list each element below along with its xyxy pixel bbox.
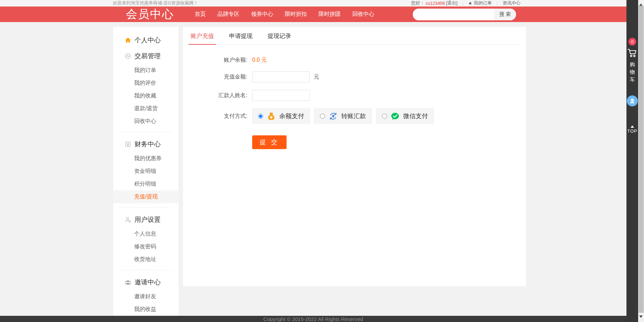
payment-option-label: 余额支付 <box>279 112 304 120</box>
trade-icon <box>125 53 131 60</box>
nav-item[interactable]: 限时拼团 <box>319 11 341 18</box>
copyright-text: Copyright © 2015-2022 All Rights Reserve… <box>263 316 363 322</box>
payment-label: 支付方式: <box>189 108 252 124</box>
side-rail: 0 购物车 TOP <box>626 0 638 322</box>
payment-option-wechat[interactable]: 微信支付 <box>376 108 434 124</box>
sidebar-section-title: 用户设置 <box>135 215 161 224</box>
sidebar-item[interactable]: 我的订单 <box>113 64 179 77</box>
wechat-icon <box>390 112 400 121</box>
wechat-pay-radio[interactable] <box>382 114 387 119</box>
payment-option-label: 转账汇款 <box>341 112 366 120</box>
money-bag-icon: ¥ <box>267 112 276 121</box>
sidebar-item[interactable]: 我的评价 <box>113 77 179 90</box>
amount-label: 充值金额: <box>189 73 252 81</box>
header: 会员中心 首页品牌专区领券中心限时折扣限时拼团回收中心 搜 索 <box>0 7 626 22</box>
remitter-input[interactable] <box>252 90 310 101</box>
tab-withdraw-request[interactable]: 申请提现 <box>227 27 255 45</box>
topbar: 欢迎来到淘宝优惠券商城-壹D资源收藏网！ 您好：cs123456 [退出] | … <box>0 0 626 7</box>
remitter-row: 汇款人姓名: <box>189 90 520 101</box>
sidebar-item[interactable]: 修改密码 <box>113 240 179 253</box>
sidebar-item[interactable]: 我的收益 <box>113 303 179 316</box>
site-logo: 会员中心 <box>126 7 174 22</box>
sidebar-group-finance: 我的优惠券资金明细积分明细充值/提现 <box>113 152 179 203</box>
nav-item[interactable]: 领券中心 <box>251 11 273 18</box>
cart-icon[interactable] <box>627 48 637 58</box>
search-button[interactable]: 搜 索 <box>494 9 516 20</box>
cart-label[interactable]: 购物车 <box>630 61 635 83</box>
main-panel: 账户充值 申请提现 提现记录 账户余额: 0.0 元 充值金额: 元 汇款人姓名… <box>183 27 526 286</box>
sidebar-item[interactable]: 我的优惠券 <box>113 152 179 165</box>
tab-withdraw-history[interactable]: 提现记录 <box>266 27 293 45</box>
sidebar-item[interactable]: 资金明细 <box>113 165 179 178</box>
scroll-down-arrow-icon[interactable] <box>639 315 643 320</box>
sidebar-item[interactable]: 充值/提现 <box>113 190 179 203</box>
sidebar-item[interactable]: 邀请好友 <box>113 290 179 303</box>
scrollbar-thumb[interactable] <box>638 6 644 313</box>
search-input[interactable] <box>413 9 494 20</box>
logout-link[interactable]: [退出] <box>446 0 457 6</box>
payment-option-label: 微信支付 <box>403 112 428 120</box>
sidebar-item[interactable]: 回收中心 <box>113 115 179 128</box>
amount-row: 充值金额: 元 <box>189 71 520 82</box>
balance-value: 0.0 元 <box>252 56 267 64</box>
user-settings-icon <box>125 216 131 223</box>
sidebar-section-finance[interactable]: 财务中心 <box>113 136 179 152</box>
customer-service-button[interactable] <box>627 95 638 106</box>
sidebar-section-settings[interactable]: 用户设置 <box>113 212 179 228</box>
sidebar-section-title: 个人中心 <box>135 36 161 45</box>
nav-item[interactable]: 回收中心 <box>352 11 374 18</box>
nav-item[interactable]: 品牌专区 <box>217 11 239 18</box>
greeting-prefix: 您好： <box>411 0 425 6</box>
balance-pay-radio[interactable] <box>258 114 263 119</box>
nav-item[interactable]: 首页 <box>195 11 206 18</box>
sidebar-item[interactable]: 我的收藏 <box>113 90 179 102</box>
sidebar-section-personal[interactable]: 个人中心 <box>113 32 179 48</box>
divider <box>119 207 173 208</box>
footer: Copyright © 2015-2022 All Rights Reserve… <box>0 316 626 322</box>
tabs: 账户充值 申请提现 提现记录 <box>189 27 520 45</box>
submit-button[interactable]: 提 交 <box>252 135 287 149</box>
divider: | <box>497 1 498 6</box>
divider <box>119 270 173 270</box>
home-icon <box>125 37 131 44</box>
username: cs123456 <box>426 1 445 6</box>
sidebar-section-title: 财务中心 <box>135 140 161 149</box>
scroll-up-arrow-icon[interactable] <box>639 2 643 6</box>
sidebar-section-invite[interactable]: 邀请中心 <box>113 274 179 290</box>
svg-text:¥: ¥ <box>332 114 334 118</box>
sidebar: 个人中心 交易管理 我的订单我的评价我的收藏退款/退货回收中心 财务中心 <box>113 27 179 316</box>
search-bar: 搜 索 <box>413 9 516 20</box>
sidebar-item[interactable]: 退款/退货 <box>113 102 179 115</box>
finance-icon <box>125 141 131 148</box>
welcome-text: 欢迎来到淘宝优惠券商城-壹D资源收藏网！ <box>113 0 198 6</box>
sidebar-group-settings: 个人信息修改密码收货地址 <box>113 228 179 266</box>
amount-input[interactable] <box>252 71 310 82</box>
payment-option-balance[interactable]: ¥ 余额支付 <box>252 108 310 124</box>
star-icon: ★ <box>468 1 472 6</box>
sidebar-section-title: 交易管理 <box>135 52 161 61</box>
payment-option-transfer[interactable]: ¥ 转账汇款 <box>314 108 372 124</box>
bank-transfer-radio[interactable] <box>320 114 325 119</box>
nav-item[interactable]: 限时折扣 <box>285 11 307 18</box>
sidebar-group-invite: 邀请好友我的收益 <box>113 290 179 316</box>
payment-row: 支付方式: ¥ 余额支付 ¥ 转账汇款 <box>189 108 520 124</box>
scrollbar[interactable] <box>638 0 644 322</box>
main-nav: 首页品牌专区领券中心限时折扣限时拼团回收中心 <box>195 11 374 18</box>
balance-row: 账户余额: 0.0 元 <box>189 56 520 64</box>
news-link[interactable]: 资讯中心 <box>503 0 520 6</box>
sidebar-item[interactable]: 个人信息 <box>113 228 179 240</box>
sidebar-item[interactable]: 收货地址 <box>113 253 179 266</box>
content-area: 个人中心 交易管理 我的订单我的评价我的收藏退款/退货回收中心 财务中心 <box>0 22 626 316</box>
divider: | <box>462 1 463 6</box>
balance-label: 账户余额: <box>189 56 252 64</box>
my-orders-link[interactable]: 我的订单 <box>474 0 492 6</box>
sidebar-section-trade[interactable]: 交易管理 <box>113 48 179 64</box>
svg-text:¥: ¥ <box>270 115 273 120</box>
top-label: TOP <box>627 128 637 134</box>
sidebar-section-title: 邀请中心 <box>135 278 161 287</box>
cart-count-badge: 0 <box>629 38 636 45</box>
back-to-top-button[interactable]: TOP <box>627 124 637 134</box>
sidebar-item[interactable]: 积分明细 <box>113 178 179 190</box>
page: 欢迎来到淘宝优惠券商城-壹D资源收藏网！ 您好：cs123456 [退出] | … <box>0 0 626 322</box>
tab-account-recharge[interactable]: 账户充值 <box>189 27 216 45</box>
